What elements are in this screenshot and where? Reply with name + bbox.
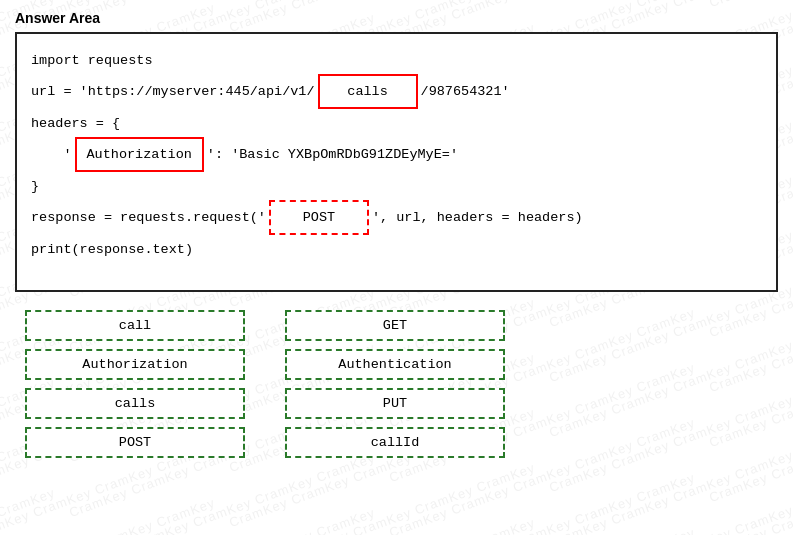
option-opt-authentication[interactable]: Authentication [285, 349, 505, 380]
code-text: url = 'https://myserver:445/api/v1/ [31, 78, 315, 105]
option-opt-call[interactable]: call [25, 310, 245, 341]
code-line-4: 'Authorization': 'Basic YXBpOmRDbG91ZDEy… [31, 137, 762, 172]
option-opt-post[interactable]: POST [25, 427, 245, 458]
option-opt-get[interactable]: GET [285, 310, 505, 341]
authorization-box[interactable]: Authorization [75, 137, 204, 172]
code-line-6: response = requests.request('POST', url,… [31, 200, 762, 235]
code-text: ' [31, 141, 72, 168]
option-opt-put[interactable]: PUT [285, 388, 505, 419]
code-box: import requests url = 'https://myserver:… [15, 32, 778, 292]
code-line-2: url = 'https://myserver:445/api/v1/calls… [31, 74, 762, 109]
code-line-7: print(response.text) [31, 235, 762, 263]
code-text: /987654321' [421, 78, 510, 105]
code-text: response = requests.request(' [31, 204, 266, 231]
code-line-1: import requests [31, 46, 762, 74]
option-opt-calls[interactable]: calls [25, 388, 245, 419]
option-opt-authorization[interactable]: Authorization [25, 349, 245, 380]
code-line-5: } [31, 172, 762, 200]
code-text: } [31, 173, 39, 200]
code-text: ': 'Basic YXBpOmRDbG91ZDEyMyE=' [207, 141, 458, 168]
answer-area-label: Answer Area [15, 10, 778, 26]
calls-box[interactable]: calls [318, 74, 418, 109]
option-opt-callid[interactable]: callId [285, 427, 505, 458]
post-box[interactable]: POST [269, 200, 369, 235]
code-text: ', url, headers = headers) [372, 204, 583, 231]
code-text: print(response.text) [31, 236, 193, 263]
options-area: callGETAuthorizationAuthenticationcallsP… [15, 310, 778, 458]
code-line-3: headers = { [31, 109, 762, 137]
code-text: headers = { [31, 110, 120, 137]
code-text: import requests [31, 47, 153, 74]
